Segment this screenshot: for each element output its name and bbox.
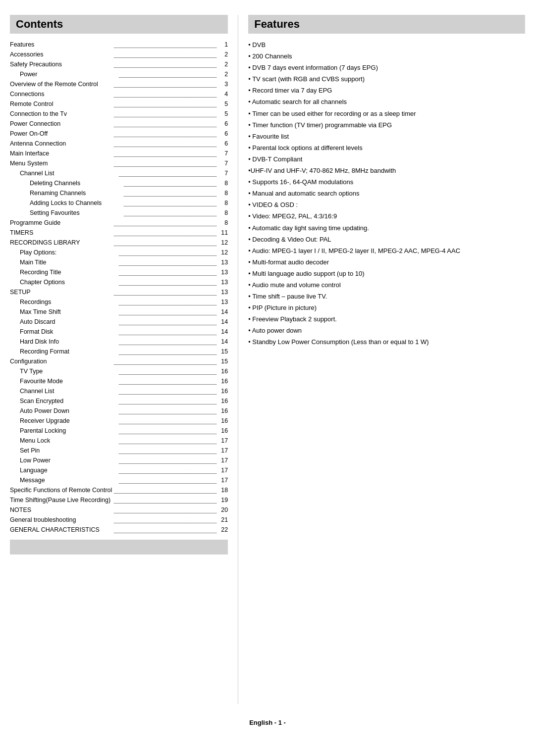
contents-entry-text: Parental Locking [10, 426, 117, 436]
contents-page-num: 16 [218, 376, 228, 386]
contents-page-num: 17 [218, 436, 228, 446]
contents-row: Power On-Off6 [10, 129, 228, 139]
contents-page-num: 6 [218, 129, 228, 139]
contents-dots [119, 277, 216, 286]
contents-dots [119, 475, 216, 484]
contents-entry-text: Safety Precautions [10, 59, 112, 69]
contents-dots [114, 119, 216, 127]
contents-page-num: 17 [218, 465, 228, 475]
contents-entry-text: Menu System [10, 158, 112, 168]
contents-page-num: 8 [218, 188, 228, 198]
contents-title: Contents [16, 18, 222, 31]
contents-row: Auto Power Down16 [10, 406, 228, 416]
contents-page-num: 8 [218, 178, 228, 188]
contents-dots [119, 465, 216, 474]
contents-page-num: 8 [218, 198, 228, 208]
contents-column: Contents Features1Accessories2Safety Pre… [10, 15, 238, 704]
contents-row: Accessories2 [10, 50, 228, 59]
contents-page-num: 16 [218, 406, 228, 416]
contents-row: Features1 [10, 40, 228, 50]
contents-entry-text: Adding Locks to Channels [10, 198, 122, 208]
contents-dots [114, 356, 216, 365]
contents-entry-text: Max Time Shift [10, 307, 117, 317]
contents-row: Setting Favourites8 [10, 208, 228, 218]
contents-dots [114, 139, 216, 147]
contents-page-num: 1 [218, 40, 228, 50]
contents-entry-text: General troubleshooting [10, 515, 112, 525]
feature-item: Video: MPEG2, PAL, 4:3/16:9 [248, 211, 525, 222]
contents-entry-text: Programme Guide [10, 218, 112, 228]
contents-row: Power2 [10, 69, 228, 79]
contents-page-num: 14 [218, 317, 228, 327]
contents-entry-text: Language [10, 465, 117, 475]
contents-entry-text: Antenna Connection [10, 139, 112, 149]
contents-row: Time Shifting(Pause Live Recording)19 [10, 495, 228, 505]
contents-page-num: 17 [218, 446, 228, 455]
contents-dots [114, 89, 216, 98]
contents-entry-text: Auto Discard [10, 317, 117, 327]
contents-dots [119, 347, 216, 355]
contents-row: Configuration15 [10, 356, 228, 366]
contents-row: Remote Control5 [10, 99, 228, 109]
contents-page-num: 13 [218, 287, 228, 297]
contents-dots [114, 485, 216, 494]
contents-dots [119, 455, 216, 464]
contents-entry-text: Receiver Upgrade [10, 416, 117, 426]
contents-entry-text: Chapter Options [10, 277, 117, 287]
feature-item: TV scart (with RGB and CVBS support) [248, 74, 525, 85]
contents-page-num: 20 [218, 505, 228, 515]
feature-item: Time shift – pause live TV. [248, 291, 525, 302]
contents-dots [114, 79, 216, 88]
contents-dots [124, 188, 216, 197]
contents-entry-text: Channel List [10, 386, 117, 396]
contents-entry-text: TIMERS [10, 228, 112, 238]
contents-page-num: 14 [218, 327, 228, 337]
contents-row: Deleting Channels8 [10, 178, 228, 188]
contents-dots [114, 149, 216, 157]
feature-item: VIDEO & OSD : [248, 200, 525, 210]
contents-entry-text: Power On-Off [10, 129, 112, 139]
contents-page-num: 14 [218, 307, 228, 317]
features-list: DVB200 ChannelsDVB 7 days event informat… [248, 40, 525, 348]
contents-entry-text: Format Disk [10, 327, 117, 337]
feature-item: Multi language audio support (up to 10) [248, 268, 525, 279]
contents-page-num: 16 [218, 366, 228, 376]
contents-dots [114, 99, 216, 107]
contents-dots [119, 337, 216, 345]
contents-page-num: 15 [218, 347, 228, 356]
contents-row: Menu Lock17 [10, 436, 228, 446]
page-footer: English - 1 - [10, 719, 525, 726]
contents-page-num: 7 [218, 158, 228, 168]
contents-dots [119, 248, 216, 256]
contents-page-num: 22 [218, 525, 228, 535]
contents-page-num: 14 [218, 337, 228, 347]
contents-page-num: 15 [218, 356, 228, 366]
contents-dots [119, 168, 216, 177]
contents-entry-text: Specific Functions of Remote Control [10, 485, 112, 495]
contents-entry-text: Message [10, 475, 117, 485]
contents-entry-text: Remote Control [10, 99, 112, 109]
contents-entry-text: NOTES [10, 505, 112, 515]
feature-item: DVB-T Compliant [248, 154, 525, 165]
contents-dots [119, 446, 216, 454]
feature-item: Timer function (TV timer) programmable v… [248, 120, 525, 131]
contents-dots [114, 228, 216, 236]
contents-entry-text: Features [10, 40, 112, 50]
feature-item: Parental lock options at different level… [248, 143, 525, 153]
contents-entry-text: Main Interface [10, 149, 112, 158]
contents-page-num: 16 [218, 426, 228, 436]
contents-row: Favourite Mode16 [10, 376, 228, 386]
contents-dots [114, 515, 216, 523]
contents-row: Chapter Options13 [10, 277, 228, 287]
contents-page-num: 2 [218, 69, 228, 79]
feature-item: DVB 7 days event information (7 days EPG… [248, 62, 525, 73]
contents-page-num: 7 [218, 149, 228, 158]
contents-dots [114, 238, 216, 246]
contents-row: Safety Precautions2 [10, 59, 228, 69]
contents-page-num: 18 [218, 485, 228, 495]
contents-row: SETUP13 [10, 287, 228, 297]
contents-row: Message17 [10, 475, 228, 485]
feature-item: Automatic search for all channels [248, 97, 525, 107]
contents-entry-text: Play Options: [10, 248, 117, 257]
contents-page-num: 16 [218, 386, 228, 396]
